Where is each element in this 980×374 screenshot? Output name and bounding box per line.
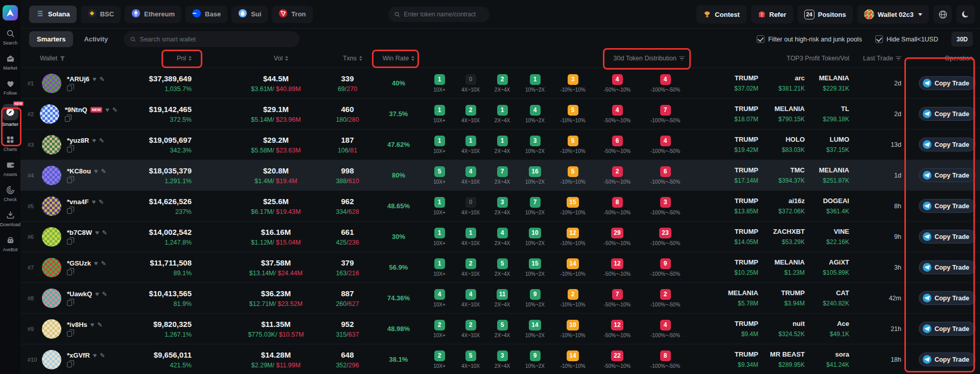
copy-trade-button[interactable]: Copy Trade bbox=[919, 260, 976, 274]
edit-icon[interactable]: ✎ bbox=[112, 106, 118, 114]
top3-token[interactable]: VINE$22.16K bbox=[805, 228, 849, 246]
copy-address-icon[interactable] bbox=[67, 178, 72, 183]
copy-trade-button[interactable]: Copy Trade bbox=[919, 76, 976, 90]
sidebar-item-charts[interactable]: Charts bbox=[0, 134, 20, 152]
sidebar-item-check[interactable]: Check bbox=[0, 184, 20, 202]
copy-trade-button[interactable]: Copy Trade bbox=[919, 291, 976, 305]
copy-trade-button[interactable]: Copy Trade bbox=[919, 353, 976, 366]
top3-token[interactable]: TRUMP$37.02M bbox=[710, 74, 758, 92]
header-win-rate[interactable]: Win Rate bbox=[373, 55, 424, 62]
top3-token[interactable]: TRUMP$17.14M bbox=[710, 166, 758, 184]
chain-tab-base[interactable]: Base bbox=[185, 6, 227, 23]
favorite-icon[interactable]: ♥ bbox=[92, 75, 97, 83]
tab-activity[interactable]: Activity bbox=[76, 31, 115, 47]
top3-token[interactable]: ai16z$372.06K bbox=[758, 197, 805, 215]
top3-token[interactable]: TRUMP$19.42M bbox=[710, 136, 758, 153]
top3-token[interactable]: sora$41.24K bbox=[805, 350, 849, 368]
favorite-icon[interactable]: ♥ bbox=[92, 137, 96, 144]
edit-icon[interactable]: ✎ bbox=[102, 229, 107, 236]
copy-address-icon[interactable] bbox=[67, 270, 72, 275]
theme-toggle[interactable] bbox=[956, 5, 975, 24]
favorite-icon[interactable]: ♥ bbox=[92, 198, 96, 206]
top3-token[interactable]: TRUMP$3.94M bbox=[758, 289, 805, 307]
edit-icon[interactable]: ✎ bbox=[97, 321, 102, 328]
edit-icon[interactable]: ✎ bbox=[100, 352, 105, 359]
copy-trade-button[interactable]: Copy Trade bbox=[919, 107, 976, 121]
header-distribution[interactable]: 30d Token Distribution bbox=[424, 55, 690, 62]
top3-token[interactable]: MELANIA$5.78M bbox=[710, 289, 758, 307]
favorite-icon[interactable]: ♥ bbox=[105, 106, 109, 114]
top3-token[interactable]: DOGEAI$361.4K bbox=[805, 197, 849, 215]
chain-tab-sui[interactable]: Sui bbox=[231, 6, 268, 23]
period-selector[interactable]: 30D bbox=[951, 32, 973, 47]
header-txns[interactable]: Txns bbox=[337, 55, 368, 62]
top3-token[interactable]: nuit$324.52K bbox=[758, 320, 805, 338]
favorite-icon[interactable]: ♥ bbox=[94, 259, 98, 267]
top3-token[interactable]: HOLO$83.03K bbox=[758, 136, 805, 153]
copy-address-icon[interactable] bbox=[67, 147, 72, 152]
top3-token[interactable]: TRUMP$9.34M bbox=[710, 350, 758, 368]
table-row[interactable]: #9 *iv8Hs ♥ ✎ $9,820,325 1,267.1% $11.35… bbox=[20, 313, 980, 344]
filter-checkbox[interactable]: Hide Small<1USD bbox=[875, 35, 938, 43]
sidebar-item-search[interactable]: Search bbox=[0, 28, 20, 46]
copy-address-icon[interactable] bbox=[65, 116, 70, 122]
copy-address-icon[interactable] bbox=[67, 239, 72, 245]
edit-icon[interactable]: ✎ bbox=[101, 260, 106, 267]
table-row[interactable]: #1 *ARUj6 ♥ ✎ $37,389,649 1,035.7% $44.5… bbox=[20, 68, 980, 98]
copy-address-icon[interactable] bbox=[67, 362, 72, 367]
sidebar-item-avebot[interactable]: AveBot bbox=[0, 234, 20, 252]
table-row[interactable]: #5 *vna4F ♥ ✎ $14,626,526 237% $25.6M $6… bbox=[20, 190, 980, 221]
sidebar-item-smarter[interactable]: NEW Smarter bbox=[0, 104, 20, 127]
top3-token[interactable]: MELANIA$229.31K bbox=[805, 74, 849, 92]
token-search-input[interactable] bbox=[404, 11, 484, 18]
edit-icon[interactable]: ✎ bbox=[99, 137, 104, 144]
favorite-icon[interactable]: ♥ bbox=[95, 290, 99, 298]
token-search[interactable] bbox=[388, 7, 489, 22]
top3-token[interactable]: TMC$394.37K bbox=[758, 166, 805, 184]
copy-address-icon[interactable] bbox=[67, 300, 72, 306]
favorite-icon[interactable]: ♥ bbox=[93, 351, 97, 359]
table-row[interactable]: #10 *xGVfR ♥ ✎ $9,656,011 421.5% $14.28M… bbox=[20, 344, 980, 374]
smart-wallet-search[interactable] bbox=[124, 31, 299, 47]
sidebar-item-market[interactable]: Market bbox=[0, 53, 20, 71]
top3-token[interactable]: ZACHXBT$53.29K bbox=[758, 228, 805, 246]
chain-tab-solana[interactable]: Solana bbox=[29, 6, 77, 23]
edit-icon[interactable]: ✎ bbox=[102, 291, 107, 298]
filter-checkbox[interactable]: Filter out high-risk and junk pools bbox=[757, 35, 861, 43]
top3-token[interactable]: MELANIA$251.87K bbox=[805, 166, 849, 184]
refer-button[interactable]: Refer bbox=[751, 5, 793, 24]
chain-tab-bsc[interactable]: BSC bbox=[81, 6, 121, 23]
smart-wallet-search-input[interactable] bbox=[140, 36, 294, 43]
language-button[interactable] bbox=[934, 5, 952, 24]
table-row[interactable]: #3 *yuz8R ♥ ✎ $19,095,697 342.3% $29.2M … bbox=[20, 129, 980, 160]
table-row[interactable]: #8 *UawkQ ♥ ✎ $10,413,565 81.9% $36.23M … bbox=[20, 282, 980, 313]
top3-token[interactable]: CAT$240.82K bbox=[805, 289, 849, 307]
top3-token[interactable]: TRUMP$14.05M bbox=[710, 228, 758, 246]
header-vol[interactable]: Vol bbox=[248, 55, 314, 62]
top3-token[interactable]: TL$298.18K bbox=[805, 105, 849, 123]
chain-tab-ethereum[interactable]: Ethereum bbox=[125, 6, 181, 23]
edit-icon[interactable]: ✎ bbox=[100, 76, 105, 83]
contest-button[interactable]: Contest bbox=[696, 5, 746, 24]
copy-trade-button[interactable]: Copy Trade bbox=[919, 168, 976, 182]
top3-token[interactable]: arc$381.21K bbox=[758, 74, 805, 92]
edit-icon[interactable]: ✎ bbox=[101, 168, 106, 175]
copy-address-icon[interactable] bbox=[67, 85, 72, 91]
copy-address-icon[interactable] bbox=[67, 331, 72, 337]
header-last-trade[interactable]: Last Trade bbox=[858, 55, 915, 62]
copy-address-icon[interactable] bbox=[67, 208, 72, 214]
top3-token[interactable]: TRUMP$13.85M bbox=[710, 197, 758, 215]
positions-button[interactable]: 24 Positons bbox=[798, 5, 853, 24]
top3-token[interactable]: MELANIA$790.15K bbox=[758, 105, 805, 123]
header-pnl[interactable]: Pnl bbox=[118, 55, 192, 62]
edit-icon[interactable]: ✎ bbox=[99, 199, 104, 206]
header-wallet[interactable]: Wallet bbox=[20, 55, 118, 62]
sidebar-item-assets[interactable]: Assets bbox=[0, 159, 20, 177]
top3-token[interactable]: MR BEAST$289.95K bbox=[758, 350, 805, 368]
copy-trade-button[interactable]: Copy Trade bbox=[919, 138, 976, 151]
favorite-icon[interactable]: ♥ bbox=[95, 229, 99, 236]
table-row[interactable]: #4 *KC8ou ♥ ✎ $18,035,379 1,291.1% $20.8… bbox=[20, 160, 980, 190]
top3-token[interactable]: TRUMP$18.07M bbox=[710, 105, 758, 123]
sidebar-item-download[interactable]: Download bbox=[0, 209, 20, 227]
table-row[interactable]: #7 *GSUzk ♥ ✎ $11,711,508 89.1% $37.58M … bbox=[20, 252, 980, 282]
